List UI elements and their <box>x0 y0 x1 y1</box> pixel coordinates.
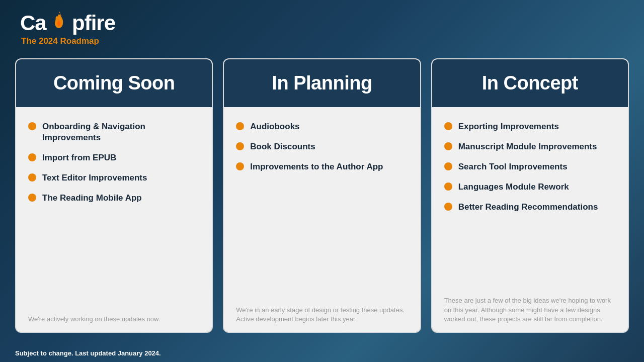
list-item-text: The Reading Mobile App <box>42 193 142 204</box>
items-list-coming-soon: Onboarding & Navigation ImprovementsImpo… <box>28 121 200 204</box>
card-title-in-planning: In Planning <box>234 72 410 94</box>
bullet-icon <box>28 173 36 182</box>
list-item-text: Search Tool Improvements <box>458 161 568 172</box>
cards-container: Coming SoonOnboarding & Navigation Impro… <box>0 51 644 338</box>
list-item: Improvements to the Author App <box>236 161 408 172</box>
card-footer-coming-soon: We're actively working on these updates … <box>28 310 200 324</box>
flame-icon <box>52 10 66 28</box>
card-coming-soon: Coming SoonOnboarding & Navigation Impro… <box>15 58 213 333</box>
list-item-text: Onboarding & Navigation Improvements <box>42 121 200 143</box>
list-item-text: Exporting Improvements <box>458 121 559 132</box>
list-item: The Reading Mobile App <box>28 193 200 204</box>
bullet-icon <box>236 162 244 170</box>
bullet-icon <box>28 194 36 202</box>
card-body-in-planning: AudiobooksBook DiscountsImprovements to … <box>224 107 420 332</box>
list-item: Manuscript Module Improvements <box>444 141 616 152</box>
bullet-icon <box>444 122 452 130</box>
list-item: Text Editor Improvements <box>28 172 200 184</box>
card-footer-in-concept: These are just a few of the big ideas we… <box>444 291 616 324</box>
card-in-concept: In ConceptExporting ImprovementsManuscri… <box>431 58 629 333</box>
list-item-text: Better Reading Recommendations <box>458 202 598 213</box>
card-footer-in-planning: We're in an early stage of design or tes… <box>236 301 408 324</box>
bullet-icon <box>28 122 36 130</box>
bullet-icon <box>236 122 244 130</box>
card-title-in-concept: In Concept <box>442 72 618 94</box>
bullet-icon <box>444 183 452 191</box>
list-item: Languages Module Rework <box>444 182 616 193</box>
list-item-text: Improvements to the Author App <box>250 161 383 172</box>
card-header-coming-soon: Coming Soon <box>16 59 212 107</box>
list-item-text: Text Editor Improvements <box>42 172 147 184</box>
logo-row: Ca pfire <box>20 11 624 35</box>
list-item-text: Manuscript Module Improvements <box>458 141 597 152</box>
card-header-in-concept: In Concept <box>432 59 628 107</box>
bullet-icon <box>236 142 244 150</box>
bullet-icon <box>28 153 36 161</box>
list-item-text: Import from EPUB <box>42 152 116 163</box>
header: Ca pfire The 2024 Roadmap <box>0 0 644 51</box>
bullet-icon <box>444 162 452 170</box>
list-item: Audiobooks <box>236 121 408 132</box>
items-list-in-concept: Exporting ImprovementsManuscript Module … <box>444 121 616 213</box>
subtitle: The 2024 Roadmap <box>20 36 624 46</box>
logo: Ca pfire <box>20 11 115 35</box>
list-item-text: Languages Module Rework <box>458 182 569 193</box>
list-item: Better Reading Recommendations <box>444 202 616 213</box>
card-body-coming-soon: Onboarding & Navigation ImprovementsImpo… <box>16 107 212 332</box>
card-body-in-concept: Exporting ImprovementsManuscript Module … <box>432 107 628 332</box>
items-list-in-planning: AudiobooksBook DiscountsImprovements to … <box>236 121 408 172</box>
bullet-icon <box>444 142 452 150</box>
list-item: Exporting Improvements <box>444 121 616 132</box>
list-item: Search Tool Improvements <box>444 161 616 172</box>
card-header-in-planning: In Planning <box>224 59 420 107</box>
list-item: Import from EPUB <box>28 152 200 163</box>
list-item-text: Audiobooks <box>250 121 299 132</box>
list-item: Book Discounts <box>236 141 408 152</box>
card-in-planning: In PlanningAudiobooksBook DiscountsImpro… <box>223 58 421 333</box>
card-title-coming-soon: Coming Soon <box>26 72 202 94</box>
list-item-text: Book Discounts <box>250 141 315 152</box>
list-item: Onboarding & Navigation Improvements <box>28 121 200 143</box>
page-footer: Subject to change. Last updated January … <box>15 349 161 357</box>
bullet-icon <box>444 203 452 211</box>
